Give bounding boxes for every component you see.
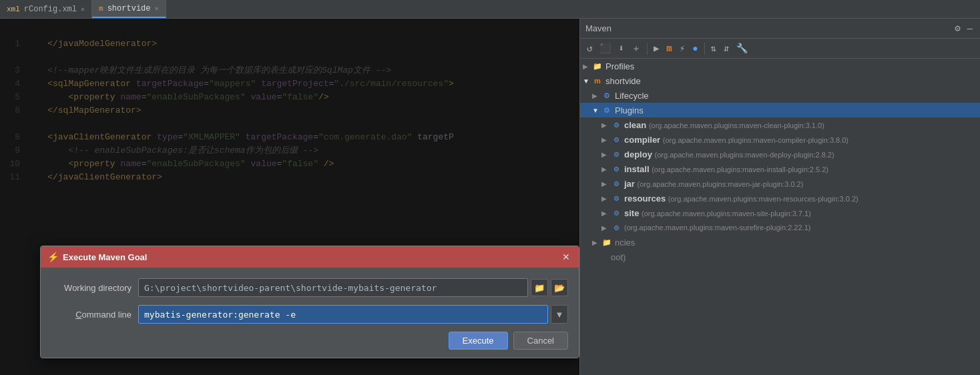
minimize-icon[interactable]: — — [965, 22, 975, 35]
tab-rconfig-label: rConfig.xml — [24, 5, 77, 14]
sort-button[interactable]: ⇅ — [708, 41, 719, 55]
tab-rconfig-close[interactable]: ✕ — [81, 5, 85, 13]
deploy-label: deploy (org.apache.maven.plugins:maven-d… — [624, 149, 834, 159]
stop-button[interactable]: ⬛ — [597, 41, 614, 55]
command-line-label-text: ommand line — [82, 310, 132, 320]
deploy-icon: ⚙ — [611, 149, 622, 159]
command-line-row: Command line ▼ — [51, 305, 568, 324]
editor-wrap: 1 </javaModelGenerator> 3 <!--mapper映射文件… — [0, 19, 579, 375]
tree-item-plugin-jar[interactable]: ▶ ⚙ jar (org.apache.maven.plugins:maven-… — [580, 176, 980, 191]
refresh-button[interactable]: ↺ — [584, 41, 595, 55]
add-button[interactable]: ＋ — [629, 41, 644, 56]
shortvide-m-icon: m — [592, 75, 603, 86]
folder-alt-icon: 📂 — [554, 283, 565, 293]
jar-icon: ⚙ — [611, 178, 622, 189]
plugins-arrow: ▼ — [592, 107, 601, 114]
resources-arrow: ▶ — [601, 195, 611, 202]
browse-alt-button[interactable]: 📂 — [551, 279, 568, 296]
tree-item-plugin-install[interactable]: ▶ ⚙ install (org.apache.maven.plugins:ma… — [580, 161, 980, 176]
chevron-down-icon: ▼ — [555, 310, 564, 320]
dialog-titlebar: ⚡ Execute Maven Goal ✕ — [41, 246, 579, 268]
tree-item-plugins[interactable]: ▼ ⚙ Plugins — [580, 103, 980, 117]
deploy-arrow: ▶ — [601, 151, 611, 158]
working-directory-input[interactable] — [138, 278, 528, 297]
profiles-icon: 📁 — [592, 61, 603, 71]
maven-panel: Maven ⚙ — ↺ ⬛ ⬇ ＋ ▶ m ⚡ ● ⇅ ⇵ 🔧 ▶ — [579, 19, 980, 375]
tree-item-plugin-resources[interactable]: ▶ ⚙ resources (org.apache.maven.plugins:… — [580, 191, 980, 206]
tree-item-plugin-site[interactable]: ▶ ⚙ site (org.apache.maven.plugins:maven… — [580, 206, 980, 220]
dialog-footer: Execute Cancel — [51, 332, 568, 350]
resources-icon: ⚙ — [611, 193, 622, 204]
tree-item-lifecycle[interactable]: ▶ ⚙ Lifecycle — [580, 88, 980, 103]
jar-label: jar (org.apache.maven.plugins:maven-jar-… — [624, 179, 803, 189]
maven-header: Maven ⚙ — — [580, 19, 980, 39]
dependencies-icon: 📁 — [601, 237, 612, 248]
lightning-button[interactable]: ⚡ — [677, 41, 688, 55]
run-button[interactable]: ▶ — [651, 41, 662, 55]
toolbar-separator-1 — [647, 43, 648, 55]
tab-shortvide-label: shortvide — [107, 4, 151, 13]
wrench-button[interactable]: 🔧 — [734, 41, 750, 55]
folder-open-icon: 📁 — [534, 283, 545, 293]
lifecycle-arrow: ▶ — [592, 92, 601, 99]
clean-icon: ⚙ — [611, 119, 622, 130]
xml-icon: xml — [7, 5, 20, 13]
execute-button[interactable]: Execute — [449, 332, 508, 350]
plugins-label: Plugins — [615, 105, 644, 115]
working-directory-row: Working directory 📁 📂 — [51, 278, 568, 297]
maven-tree: ▶ 📁 Profiles ▼ m shortvide ▶ ⚙ Lifecycle… — [580, 59, 980, 375]
command-line-label: Command line — [51, 310, 132, 320]
execute-maven-goal-dialog: ⚡ Execute Maven Goal ✕ Working directory… — [40, 246, 579, 358]
site-arrow: ▶ — [601, 210, 611, 217]
install-label: install (org.apache.maven.plugins:maven-… — [624, 164, 828, 174]
tree-item-shortvide[interactable]: ▼ m shortvide — [580, 73, 980, 88]
maven-toolbar: ↺ ⬛ ⬇ ＋ ▶ m ⚡ ● ⇅ ⇵ 🔧 — [580, 39, 980, 59]
clean-label: clean (org.apache.maven.plugins:maven-cl… — [624, 120, 824, 130]
tab-shortvide[interactable]: m shortvide ✕ — [92, 0, 166, 18]
dialog-body: Working directory 📁 📂 — [41, 268, 579, 358]
command-dropdown-button[interactable]: ▼ — [551, 305, 568, 324]
site-icon: ⚙ — [611, 208, 622, 218]
m-icon: m — [99, 5, 103, 13]
download-button[interactable]: ⬇ — [616, 41, 626, 55]
dialog-title-text: Execute Maven Goal — [63, 252, 147, 262]
profiles-label: Profiles — [605, 61, 634, 71]
site-label: site (org.apache.maven.plugins:maven-sit… — [624, 208, 811, 218]
tree-item-dependencies[interactable]: ▶ 📁 ncies — [580, 235, 980, 250]
plugins-icon: ⚙ — [601, 105, 612, 115]
surefire-icon: ⚙ — [611, 222, 622, 233]
dialog-title-icon: ⚡ — [47, 252, 59, 262]
maven-title: Maven — [585, 23, 611, 33]
profiles-arrow: ▶ — [583, 63, 592, 70]
surefire-arrow: ▶ — [601, 224, 611, 232]
compiler-arrow: ▶ — [601, 136, 611, 143]
footer-label: oot) — [611, 252, 626, 262]
settings-icon[interactable]: ⚙ — [953, 21, 962, 35]
browse-icon-button[interactable]: 📁 — [531, 279, 548, 296]
tab-shortvide-close[interactable]: ✕ — [154, 5, 158, 13]
cancel-button[interactable]: Cancel — [513, 332, 568, 350]
tab-rconfig[interactable]: xml rConfig.xml ✕ — [0, 0, 92, 18]
tree-item-plugin-clean[interactable]: ▶ ⚙ clean (org.apache.maven.plugins:mave… — [580, 117, 980, 132]
sort-alt-button[interactable]: ⇵ — [721, 41, 732, 55]
tree-item-plugin-surefire[interactable]: ▶ ⚙ (org.apache.maven.plugins:maven-sure… — [580, 220, 980, 235]
command-line-input[interactable] — [138, 305, 548, 324]
resources-label: resources (org.apache.maven.plugins:mave… — [624, 194, 859, 204]
tree-item-plugin-compiler[interactable]: ▶ ⚙ compiler (org.apache.maven.plugins:m… — [580, 132, 980, 147]
install-arrow: ▶ — [601, 165, 611, 173]
blue-circle-button[interactable]: ● — [690, 42, 700, 55]
m-button[interactable]: m — [664, 42, 674, 55]
tab-bar: xml rConfig.xml ✕ m shortvide ✕ — [0, 0, 980, 19]
dependencies-label: ncies — [615, 238, 635, 248]
clean-arrow: ▶ — [601, 121, 611, 129]
tree-item-profiles[interactable]: ▶ 📁 Profiles — [580, 59, 980, 73]
dialog-close-button[interactable]: ✕ — [560, 251, 572, 263]
toolbar-separator-2 — [704, 43, 705, 55]
tree-item-footer[interactable]: oot) — [580, 250, 980, 264]
tree-item-plugin-deploy[interactable]: ▶ ⚙ deploy (org.apache.maven.plugins:mav… — [580, 147, 980, 161]
compiler-label: compiler (org.apache.maven.plugins:maven… — [624, 135, 848, 145]
dialog-overlay: ⚡ Execute Maven Goal ✕ Working directory… — [0, 19, 579, 375]
install-icon: ⚙ — [611, 163, 622, 174]
surefire-label: (org.apache.maven.plugins:maven-surefire… — [624, 224, 810, 232]
shortvide-label: shortvide — [605, 76, 641, 86]
